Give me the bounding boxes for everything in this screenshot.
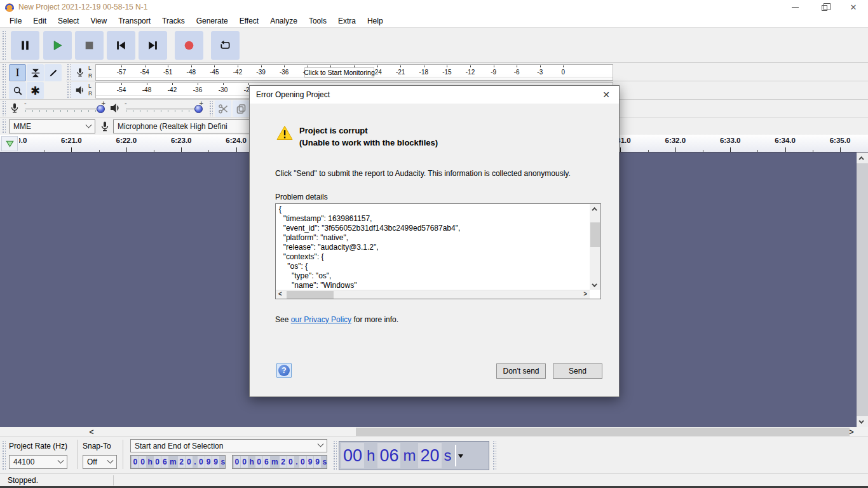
timeline-label: 6:33.0 [720,137,741,144]
horizontal-scrollbar[interactable]: < > [0,427,868,437]
snap-to-select[interactable]: Off [83,455,117,469]
playback-volume-slider[interactable]: - + [125,101,203,118]
send-button[interactable]: Send [553,363,602,379]
recording-meter-mic-button[interactable] [71,64,88,81]
problem-details-textbox[interactable]: { "timestamp": 1639861157, "event_id": "… [275,203,601,299]
cut-button[interactable] [215,100,231,117]
meter-tick-label: -42 [168,86,177,93]
dropdown-arrow-icon[interactable] [458,454,463,458]
time-toolbar-grip[interactable] [332,441,337,470]
playback-meter-speaker-button[interactable] [71,82,88,98]
recording-meter-grip[interactable] [66,64,71,81]
recording-volume-slider[interactable]: - + [24,101,105,118]
meter-tick [377,65,378,67]
menu-item-edit[interactable]: Edit [27,15,52,27]
audio-host-select[interactable]: MME [9,119,95,133]
monitor-label[interactable]: Click to Start Monitoring [304,67,374,78]
snap-to-value: Off [87,458,97,466]
menu-item-file[interactable]: File [4,15,27,27]
tools-toolbar-grip[interactable] [1,64,6,98]
timeline-options-button[interactable] [1,136,18,151]
horizontal-scroll-thumb[interactable] [356,428,850,436]
skip-to-end-button[interactable] [139,31,167,60]
restore-button[interactable] [810,0,839,14]
details-horizontal-thumb[interactable] [287,291,334,299]
scroll-up-button[interactable] [590,204,600,214]
loop-button[interactable] [211,31,240,60]
transport-toolbar-grip[interactable] [1,31,6,60]
selection-mode-select[interactable]: Start and End of Selection [130,439,327,452]
privacy-policy-link[interactable]: our Privacy Policy [291,315,351,324]
time-digit: 0 [241,456,248,468]
recording-volume-thumb[interactable] [97,105,105,113]
scroll-up-button[interactable] [857,152,868,163]
meter-tick-label: -9 [491,69,496,76]
channel-label-r: R [88,90,95,97]
play-button[interactable] [43,31,72,60]
time-digit: m [168,456,178,468]
details-horizontal-scrollbar[interactable]: < > [276,290,590,299]
minimize-button[interactable] [780,0,810,14]
help-button[interactable]: ? [276,363,292,378]
device-toolbar-grip[interactable] [1,119,6,133]
scroll-right-button[interactable]: > [846,427,857,437]
time-digit: 0 [132,456,139,468]
selection-tool-button[interactable]: I [9,64,26,81]
menu-item-select[interactable]: Select [52,15,85,27]
close-button[interactable]: ✕ [839,0,868,14]
scissors-icon [218,104,229,114]
selection-toolbar-grip[interactable] [1,441,6,470]
time-digit: 9 [307,456,314,468]
grip[interactable] [492,441,496,470]
skip-to-start-button[interactable] [107,31,135,60]
details-vertical-thumb[interactable] [590,222,600,247]
meter-tick-label: -6 [514,69,520,76]
scroll-down-button[interactable] [857,416,868,427]
meter-tick [145,65,146,67]
record-button[interactable] [175,31,203,60]
recording-meter[interactable]: -57-54-51-48-45-42-39-36-33-30-27-24-21-… [95,64,613,81]
selection-start-field[interactable]: 00h06m20.099s [130,455,226,469]
scroll-left-button[interactable]: < [86,427,97,437]
selection-end-field[interactable]: 00h06m20.099s [232,455,327,469]
timeline-minor-tick [154,150,154,152]
menu-item-generate[interactable]: Generate [191,15,234,27]
menu-item-analyze[interactable]: Analyze [264,15,303,27]
playback-meter-grip[interactable] [66,82,71,98]
project-rate-select[interactable]: 44100 [9,455,67,469]
menu-item-extra[interactable]: Extra [332,15,362,27]
audacity-logo-icon [4,2,15,12]
menu-item-effect[interactable]: Effect [234,15,264,27]
meter-tick-label: -12 [466,69,475,76]
dont-send-button[interactable]: Don't send [496,363,546,379]
envelope-tool-button[interactable] [27,64,44,81]
slider-ticks [126,110,202,112]
timeline-label: 6:23.0 [171,137,192,144]
playback-volume-thumb[interactable] [194,105,203,113]
stop-button[interactable] [75,31,104,60]
menu-item-transport[interactable]: Transport [112,15,156,27]
problem-details-text[interactable]: { "timestamp": 1639861157, "event_id": "… [276,204,590,290]
selection-toolbar: Project Rate (Hz) 44100 Snap-To Off Star… [0,437,868,473]
time-segment: s [442,443,454,468]
menu-item-tools[interactable]: Tools [303,15,332,27]
timeline-label: 6:24.0 [226,137,247,144]
menu-item-help[interactable]: Help [362,15,389,27]
menu-item-view[interactable]: View [85,15,112,27]
details-vertical-scrollbar[interactable] [590,204,600,290]
multi-tool-button[interactable]: ✱ [27,82,44,99]
dialog-close-button[interactable]: ✕ [593,86,619,104]
copy-button[interactable] [233,100,249,117]
mixer-toolbar-grip[interactable] [1,101,6,116]
zoom-tool-button[interactable] [9,82,26,99]
edit-toolbar-grip[interactable] [208,101,213,116]
draw-tool-button[interactable] [44,64,62,81]
pause-button[interactable] [11,31,39,60]
scroll-down-button[interactable] [590,280,600,290]
zoom-tool-icon [13,86,23,96]
time-digit: 0 [139,456,146,468]
vertical-scrollbar[interactable] [857,152,868,427]
status-bar: Stopped. [0,473,868,486]
menu-item-tracks[interactable]: Tracks [156,15,191,27]
audio-position-display[interactable]: 00h06m20s [339,441,489,470]
